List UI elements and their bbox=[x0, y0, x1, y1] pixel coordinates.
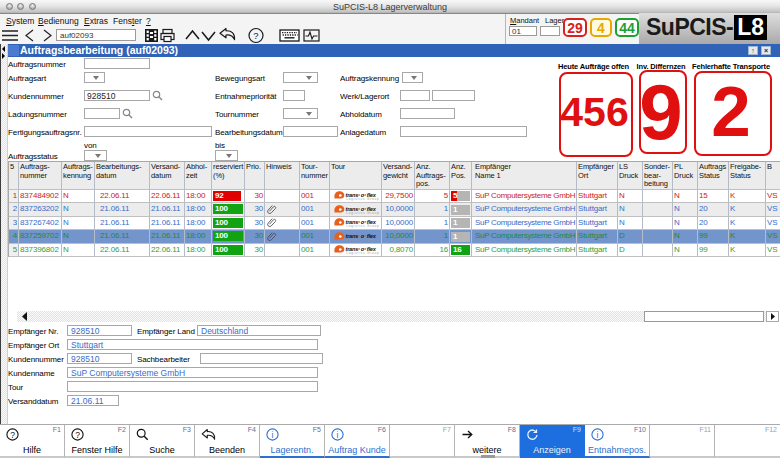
svg-text:?: ? bbox=[75, 430, 80, 440]
svg-text:i: i bbox=[337, 430, 339, 440]
svg-text:?: ? bbox=[253, 30, 258, 41]
svg-text:i: i bbox=[597, 430, 599, 440]
svg-text:i: i bbox=[272, 430, 274, 440]
svg-text:?: ? bbox=[10, 430, 15, 440]
